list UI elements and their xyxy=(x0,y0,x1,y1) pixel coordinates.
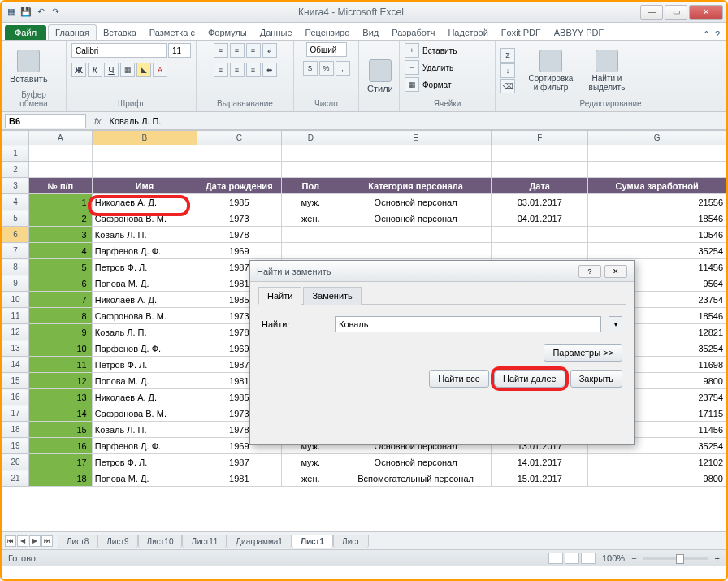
tab-developer[interactable]: Разработч xyxy=(385,25,441,40)
merge-button[interactable]: ⬌ xyxy=(262,63,277,77)
group-editing-label: Редактирование xyxy=(500,99,721,110)
sheet-tab[interactable]: Диаграмма1 xyxy=(227,535,292,548)
zoom-slider[interactable] xyxy=(644,557,708,560)
sheet-tab[interactable]: Лист10 xyxy=(138,535,183,548)
zoom-label: 100% xyxy=(602,553,625,563)
font-size-combo[interactable]: 11 xyxy=(168,43,191,58)
find-label: Найти: xyxy=(262,319,327,329)
tab-formulas[interactable]: Формулы xyxy=(202,25,254,40)
insert-cells-label: Вставить xyxy=(422,46,457,55)
align-left-button[interactable]: ≡ xyxy=(214,63,228,77)
percent-button[interactable]: % xyxy=(319,61,334,76)
titlebar: ▦ 💾 ↶ ↷ Книга4 - Microsoft Excel — ▭ ✕ xyxy=(2,2,726,23)
tab-foxit[interactable]: Foxit PDF xyxy=(495,25,548,40)
delete-cells-label: Удалить xyxy=(422,63,453,72)
excel-icon: ▦ xyxy=(5,6,18,19)
undo-icon[interactable]: ↶ xyxy=(34,6,47,19)
align-bot-button[interactable]: ≡ xyxy=(246,43,261,58)
status-text: Готово xyxy=(8,553,36,563)
save-icon[interactable]: 💾 xyxy=(20,6,32,19)
sheet-tabs: ⏮◀▶⏭ Лист8Лист9Лист10Лист11Диаграмма1Лис… xyxy=(2,531,726,549)
window-controls: — ▭ ✕ xyxy=(640,5,723,20)
view-layout-button[interactable] xyxy=(565,553,579,564)
autosum-button[interactable]: Σ xyxy=(500,48,515,63)
minimize-button[interactable]: — xyxy=(640,5,663,20)
fx-icon[interactable]: fx xyxy=(89,116,106,126)
params-button[interactable]: Параметры >> xyxy=(544,344,622,362)
tab-abbyy[interactable]: ABBYY PDF xyxy=(548,25,611,40)
align-right-button[interactable]: ≡ xyxy=(246,63,261,77)
tab-home[interactable]: Главная xyxy=(48,24,97,40)
insert-cells-icon[interactable]: + xyxy=(405,43,419,58)
sheet-tab[interactable]: Лист1 xyxy=(292,535,333,548)
currency-button[interactable]: $ xyxy=(303,61,318,76)
underline-button[interactable]: Ч xyxy=(104,63,119,77)
tab-data[interactable]: Данные xyxy=(254,25,299,40)
formula-bar: B6 fx Коваль Л. П. xyxy=(2,112,726,130)
statusbar: Готово 100% − + xyxy=(2,549,726,566)
font-color-button[interactable]: A xyxy=(153,63,167,77)
tab-view[interactable]: Вид xyxy=(356,25,385,40)
maximize-button[interactable]: ▭ xyxy=(665,5,687,20)
ribbon: Вставить Буфер обмена Calibri11 ЖКЧ▦◣A Ш… xyxy=(2,41,726,112)
file-tab[interactable]: Файл xyxy=(5,25,46,40)
tab-replace[interactable]: Заменить xyxy=(303,287,361,305)
format-cells-icon[interactable]: ▦ xyxy=(405,77,419,92)
fill-button[interactable]: ↓ xyxy=(500,63,515,78)
window-title: Книга4 - Microsoft Excel xyxy=(62,7,640,18)
tab-find[interactable]: Найти xyxy=(258,287,301,305)
view-pagebreak-button[interactable] xyxy=(581,553,596,564)
sheet-nav[interactable]: ⏮◀▶⏭ xyxy=(5,535,53,547)
find-dropdown-icon[interactable]: ▾ xyxy=(609,316,622,332)
tab-layout[interactable]: Разметка с xyxy=(143,25,202,40)
sort-filter-button[interactable]: Сортировка и фильтр xyxy=(523,48,578,93)
group-clipboard-label: Буфер обмена xyxy=(6,90,61,110)
help-icon[interactable]: ? xyxy=(715,29,720,40)
tab-insert[interactable]: Вставка xyxy=(97,25,143,40)
clear-button[interactable]: ⌫ xyxy=(500,79,515,93)
format-cells-label: Формат xyxy=(422,80,452,89)
align-cen-button[interactable]: ≡ xyxy=(230,63,245,77)
view-normal-button[interactable] xyxy=(548,553,563,564)
quick-access-toolbar: ▦ 💾 ↶ ↷ xyxy=(5,6,62,19)
italic-button[interactable]: К xyxy=(88,63,102,77)
find-select-button[interactable]: Найти и выделить xyxy=(582,48,632,93)
number-format-combo[interactable]: Общий xyxy=(306,42,347,57)
close-button[interactable]: ✕ xyxy=(689,5,723,20)
formula-input[interactable]: Коваль Л. П. xyxy=(106,116,726,126)
align-mid-button[interactable]: ≡ xyxy=(230,43,245,58)
tab-addins[interactable]: Надстрой xyxy=(441,25,494,40)
sheet-tab[interactable]: Лист11 xyxy=(182,535,227,548)
fill-color-button[interactable]: ◣ xyxy=(136,63,151,77)
dialog-title: Найти и заменить xyxy=(257,267,575,276)
sheet-tab[interactable]: Лист9 xyxy=(98,535,137,548)
bold-button[interactable]: Ж xyxy=(72,63,86,77)
find-next-button[interactable]: Найти далее xyxy=(494,370,566,388)
font-name-combo[interactable]: Calibri xyxy=(72,43,167,58)
group-align-label: Выравнивание xyxy=(202,99,288,110)
border-button[interactable]: ▦ xyxy=(120,63,135,77)
dialog-help-button[interactable]: ? xyxy=(578,265,601,278)
group-number-label: Число xyxy=(299,99,353,110)
tab-review[interactable]: Рецензиро xyxy=(299,25,357,40)
close-button[interactable]: Закрыть xyxy=(570,370,622,388)
find-all-button[interactable]: Найти все xyxy=(429,370,489,388)
redo-icon[interactable]: ↷ xyxy=(49,6,62,19)
paste-button[interactable]: Вставить xyxy=(6,48,51,85)
wrap-button[interactable]: ↲ xyxy=(262,43,277,58)
align-top-button[interactable]: ≡ xyxy=(214,43,228,58)
find-replace-dialog: Найти и заменить ? ✕ Найти Заменить Найт… xyxy=(249,260,635,445)
dialog-close-icon[interactable]: ✕ xyxy=(604,265,627,278)
sheet-tab[interactable]: Лист xyxy=(333,535,369,548)
delete-cells-icon[interactable]: − xyxy=(405,60,419,75)
styles-button[interactable]: Стили xyxy=(364,58,396,95)
minimize-ribbon-icon[interactable]: ⌃ xyxy=(703,29,710,40)
group-font-label: Шрифт xyxy=(72,99,191,110)
sheet-tab[interactable]: Лист8 xyxy=(58,535,98,548)
group-cells-label: Ячейки xyxy=(405,99,490,110)
zoom-out-button[interactable]: − xyxy=(631,553,636,563)
comma-button[interactable]: , xyxy=(336,61,350,76)
name-box[interactable]: B6 xyxy=(5,114,86,128)
zoom-in-button[interactable]: + xyxy=(715,553,720,563)
find-input[interactable]: Коваль xyxy=(335,316,601,332)
